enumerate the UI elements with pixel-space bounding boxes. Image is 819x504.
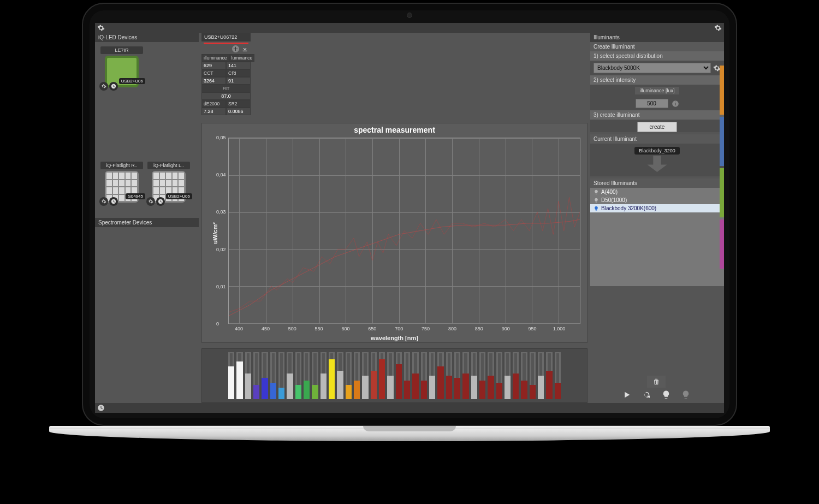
chart-title: spectral measurement <box>202 123 587 137</box>
stored-illuminant-item[interactable]: D50(1000) <box>590 196 724 204</box>
channel-slider[interactable] <box>337 352 343 399</box>
device-label: LE7IR <box>100 46 143 54</box>
channel-slider[interactable] <box>321 352 327 399</box>
channel-slider[interactable] <box>396 352 402 399</box>
channel-slider[interactable] <box>437 352 443 399</box>
gear-icon[interactable] <box>97 24 105 32</box>
channel-sliders <box>201 348 587 403</box>
side-tab[interactable] <box>720 220 724 269</box>
channel-slider[interactable] <box>253 352 259 399</box>
add-icon[interactable] <box>232 45 239 52</box>
gear-icon[interactable] <box>99 82 108 91</box>
stored-illuminants-title: Stored Illuminants <box>590 179 724 188</box>
channel-slider[interactable] <box>362 352 368 399</box>
channel-slider[interactable] <box>278 352 284 399</box>
step1-label: 1) select spectral distribution <box>590 51 724 61</box>
bulb-icon <box>594 206 599 211</box>
channel-slider[interactable] <box>471 352 477 399</box>
channel-slider[interactable] <box>530 352 536 399</box>
channel-slider[interactable] <box>521 352 527 399</box>
channel-slider[interactable] <box>546 352 552 399</box>
channel-slider[interactable] <box>379 352 385 399</box>
channel-slider[interactable] <box>346 352 352 399</box>
stored-illuminant-item[interactable]: Blackbody 3200K(600) <box>590 204 724 212</box>
illuminants-title: Illuminants <box>590 33 724 42</box>
create-illuminant-panel: Create Illuminant 1) select spectral dis… <box>590 42 724 132</box>
device-tag: S04945 <box>126 193 145 199</box>
channel-slider[interactable] <box>421 352 427 399</box>
create-button[interactable]: create <box>637 122 678 132</box>
side-tab[interactable] <box>720 66 724 115</box>
lux-input[interactable] <box>636 99 668 108</box>
trash-button[interactable] <box>647 376 666 388</box>
channel-slider[interactable] <box>429 352 435 399</box>
channel-slider[interactable] <box>387 352 393 399</box>
channel-slider[interactable] <box>236 352 242 399</box>
side-tab[interactable] <box>720 168 724 217</box>
screen: iQ-LED Devices LE7IR USB2+U06 iQ-Flatlig… <box>95 23 724 413</box>
channel-slider[interactable] <box>555 352 561 399</box>
gear-icon[interactable] <box>146 197 155 206</box>
gear-icon[interactable] <box>714 24 722 32</box>
channel-slider[interactable] <box>262 352 268 399</box>
info-icon[interactable]: i <box>672 100 679 108</box>
download-icon[interactable] <box>241 45 248 52</box>
clock-icon[interactable] <box>109 197 118 206</box>
channel-slider[interactable] <box>513 352 519 399</box>
channel-slider[interactable] <box>329 352 335 399</box>
lux-label: illuminance [lux] <box>635 87 679 94</box>
status-bar <box>95 403 724 413</box>
right-column: Illuminants Create Illuminant 1) select … <box>590 33 724 403</box>
device-card[interactable]: iQ-Flatlight R.. S04945 <box>100 162 143 203</box>
gear-icon[interactable] <box>99 197 108 206</box>
clock-icon[interactable] <box>109 82 118 91</box>
metrics-header: USB2+U06722 <box>201 33 251 41</box>
clock-icon[interactable] <box>156 197 165 206</box>
channel-slider[interactable] <box>488 352 494 399</box>
channel-slider[interactable] <box>295 352 301 399</box>
refresh-icon[interactable] <box>642 390 651 400</box>
side-tab[interactable] <box>720 117 724 166</box>
bulb-off-icon[interactable] <box>681 390 691 400</box>
channel-slider[interactable] <box>404 352 410 399</box>
channel-slider[interactable] <box>496 352 502 399</box>
current-illuminant-name: Blackbody_3200 <box>634 147 680 155</box>
channel-slider[interactable] <box>354 352 360 399</box>
device-label: iQ-Flatlight R.. <box>100 162 143 169</box>
channel-slider[interactable] <box>304 352 310 399</box>
right-bottombar <box>591 376 722 403</box>
stored-illuminant-item[interactable]: A(400) <box>590 188 724 196</box>
channel-slider[interactable] <box>287 352 293 399</box>
step2-label: 2) select intensity <box>590 75 724 85</box>
channel-slider[interactable] <box>446 352 452 399</box>
distribution-select[interactable]: Blackbody 5000K <box>594 63 711 73</box>
middle-column: USB2+U06722 illuminanceluminance 629141C… <box>201 33 587 403</box>
current-illuminant-panel: Current Illuminant Blackbody_3200 <box>590 134 724 176</box>
channel-slider[interactable] <box>505 352 511 399</box>
metrics-device-name: USB2+U06722 <box>204 34 237 40</box>
channel-slider[interactable] <box>312 352 318 399</box>
channel-slider[interactable] <box>371 352 377 399</box>
bulb-on-icon[interactable] <box>661 390 671 400</box>
camera-dot <box>407 13 412 18</box>
device-label: iQ-Flatlight L.. <box>147 162 190 169</box>
metrics-panel: USB2+U06722 illuminanceluminance 629141C… <box>201 33 251 115</box>
chart-plot-area <box>228 138 580 324</box>
play-icon[interactable] <box>622 390 632 400</box>
channel-slider[interactable] <box>454 352 460 399</box>
channel-slider[interactable] <box>479 352 485 399</box>
channel-slider[interactable] <box>412 352 418 399</box>
channel-slider[interactable] <box>462 352 468 399</box>
channel-slider[interactable] <box>270 352 276 399</box>
device-tag: USB2+U06 <box>166 193 192 199</box>
chart-panel: spectral measurement uW/cm² wavelength [… <box>201 123 587 343</box>
bulb-icon <box>594 198 599 203</box>
channel-slider[interactable] <box>245 352 251 399</box>
device-card[interactable]: iQ-Flatlight L.. USB2+U06 <box>147 162 190 203</box>
channel-slider[interactable] <box>538 352 544 399</box>
channel-slider[interactable] <box>228 352 234 399</box>
bulb-icon <box>648 156 667 172</box>
bulb-icon <box>594 189 599 195</box>
left-column: iQ-LED Devices LE7IR USB2+U06 iQ-Flatlig… <box>95 33 199 403</box>
device-card[interactable]: LE7IR USB2+U06 <box>100 46 143 87</box>
